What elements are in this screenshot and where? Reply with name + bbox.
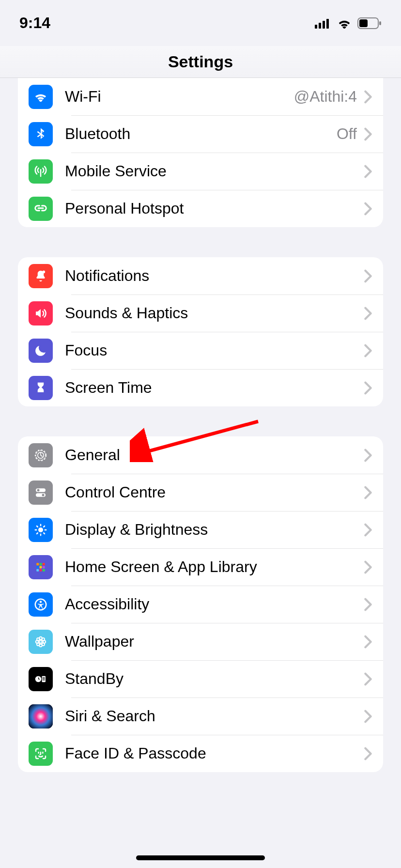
row-notifications[interactable]: Notifications: [18, 257, 383, 294]
row-label: Notifications: [65, 267, 364, 285]
row-wifi[interactable]: Wi-Fi @Atithi:4: [18, 78, 383, 115]
row-accessibility[interactable]: Accessibility: [18, 586, 383, 623]
row-control-centre[interactable]: Control Centre: [18, 474, 383, 511]
svg-rect-22: [43, 566, 45, 568]
svg-rect-42: [29, 704, 53, 728]
switches-icon: [29, 480, 53, 505]
chevron-right-icon: [364, 672, 372, 686]
row-personal-hotspot[interactable]: Personal Hotspot: [18, 190, 383, 227]
chevron-right-icon: [364, 344, 372, 357]
row-screen-time[interactable]: Screen Time: [18, 369, 383, 406]
svg-rect-7: [379, 21, 381, 25]
row-focus[interactable]: Focus: [18, 332, 383, 369]
wifi-status-icon: [337, 18, 352, 29]
row-label: General: [65, 446, 364, 464]
svg-rect-23: [36, 569, 39, 571]
row-label: Siri & Search: [65, 707, 364, 725]
chevron-right-icon: [364, 486, 372, 499]
row-label: Personal Hotspot: [65, 200, 364, 217]
hourglass-icon: [29, 376, 53, 400]
chevron-right-icon: [364, 635, 372, 649]
row-label: Wi-Fi: [65, 88, 294, 106]
chevron-right-icon: [364, 560, 372, 574]
svg-rect-19: [43, 563, 45, 565]
svg-point-34: [42, 638, 45, 641]
row-label: Wallpaper: [65, 633, 364, 651]
chevron-right-icon: [364, 307, 372, 320]
svg-point-27: [40, 601, 42, 603]
svg-point-33: [37, 638, 40, 641]
group-network: Wi-Fi @Atithi:4 Bluetooth Off Mobile Ser…: [18, 78, 383, 227]
chevron-right-icon: [364, 202, 372, 216]
siri-icon: [29, 704, 53, 728]
row-label: Accessibility: [65, 595, 364, 613]
standby-icon: [29, 667, 53, 691]
speaker-icon: [29, 301, 53, 326]
row-bluetooth[interactable]: Bluetooth Off: [18, 115, 383, 153]
svg-rect-18: [40, 563, 42, 565]
antenna-icon: [29, 159, 53, 184]
row-label: Mobile Service: [65, 162, 364, 180]
row-display-brightness[interactable]: Display & Brightness: [18, 511, 383, 548]
chevron-right-icon: [364, 710, 372, 723]
chevron-right-icon: [364, 449, 372, 462]
svg-point-28: [39, 640, 42, 643]
chevron-right-icon: [364, 165, 372, 178]
svg-point-35: [37, 643, 40, 646]
row-label: Bluetooth: [65, 125, 337, 143]
svg-rect-6: [359, 19, 368, 27]
row-label: Face ID & Passcode: [65, 744, 364, 762]
chevron-right-icon: [364, 127, 372, 141]
group-general: General Control Centre Display & Brightn…: [18, 436, 383, 772]
status-icons: [315, 17, 382, 29]
svg-point-13: [37, 489, 40, 491]
bluetooth-icon: [29, 122, 53, 146]
svg-rect-25: [43, 569, 45, 571]
nav-header: Settings: [0, 46, 401, 78]
settings-list: Wi-Fi @Atithi:4 Bluetooth Off Mobile Ser…: [0, 78, 401, 772]
row-label: Display & Brightness: [65, 521, 364, 539]
row-faceid-passcode[interactable]: Face ID & Passcode: [18, 735, 383, 772]
status-time: 9:14: [19, 14, 50, 32]
row-value: Off: [337, 125, 357, 143]
signal-icon: [315, 18, 331, 29]
svg-rect-24: [40, 569, 42, 571]
svg-rect-4: [326, 19, 329, 29]
chevron-right-icon: [364, 90, 372, 104]
svg-rect-21: [40, 566, 42, 568]
svg-point-15: [42, 494, 45, 496]
svg-rect-20: [36, 566, 39, 568]
flower-icon: [29, 630, 53, 654]
row-label: Focus: [65, 341, 364, 359]
page-title: Settings: [168, 52, 233, 71]
row-value: @Atithi:4: [294, 88, 357, 106]
grid-icon: [29, 555, 53, 579]
row-wallpaper[interactable]: Wallpaper: [18, 623, 383, 660]
row-home-screen-app-library[interactable]: Home Screen & App Library: [18, 548, 383, 586]
row-sounds-haptics[interactable]: Sounds & Haptics: [18, 294, 383, 332]
chevron-right-icon: [364, 381, 372, 395]
sun-icon: [29, 518, 53, 542]
row-siri-search[interactable]: Siri & Search: [18, 698, 383, 735]
link-icon: [29, 197, 53, 221]
home-indicator: [136, 855, 265, 860]
svg-point-36: [42, 643, 45, 646]
row-label: StandBy: [65, 670, 364, 688]
chevron-right-icon: [364, 747, 372, 760]
battery-icon: [357, 17, 382, 29]
bell-icon: [29, 264, 53, 288]
row-standby[interactable]: StandBy: [18, 660, 383, 698]
row-mobile-service[interactable]: Mobile Service: [18, 153, 383, 190]
chevron-right-icon: [364, 523, 372, 537]
svg-rect-1: [319, 23, 321, 29]
row-label: Sounds & Haptics: [65, 304, 364, 322]
svg-rect-41: [43, 680, 45, 680]
svg-point-16: [38, 527, 43, 532]
svg-rect-17: [36, 563, 39, 565]
row-label: Screen Time: [65, 379, 364, 397]
svg-point-8: [42, 270, 45, 273]
svg-rect-39: [43, 677, 45, 678]
svg-rect-0: [315, 25, 317, 29]
row-general[interactable]: General: [18, 436, 383, 474]
gear-icon: [29, 443, 53, 467]
